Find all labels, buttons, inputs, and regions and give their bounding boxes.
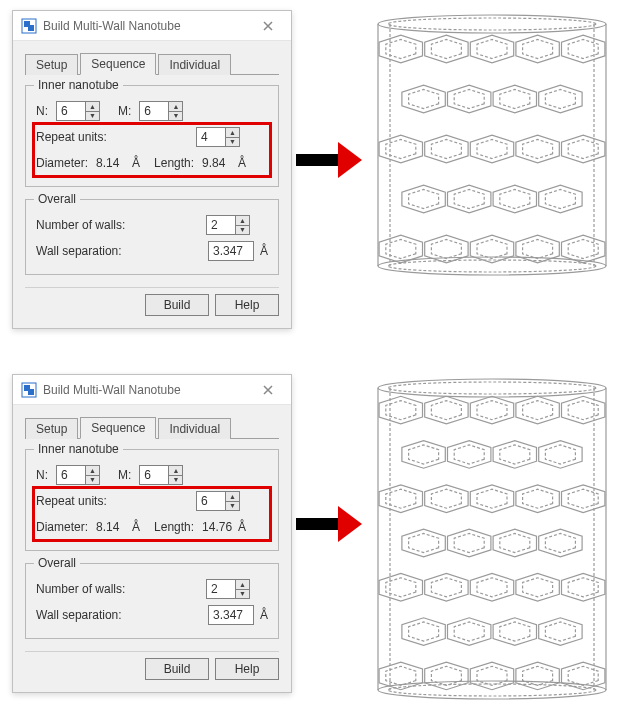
- sep-label: Wall separation:: [36, 608, 122, 622]
- svg-marker-30: [545, 90, 575, 109]
- svg-marker-48: [545, 190, 575, 209]
- repeat-input[interactable]: 4 ▲▼: [196, 127, 240, 147]
- svg-rect-61: [28, 389, 34, 395]
- svg-marker-42: [409, 190, 439, 209]
- titlebar[interactable]: Build Multi-Wall Nanotube: [13, 375, 291, 405]
- walls-label: Number of walls:: [36, 582, 125, 596]
- length-value: 14.76: [202, 520, 238, 534]
- svg-marker-111: [431, 578, 461, 597]
- length-value: 9.84: [202, 156, 238, 170]
- spinner-arrows-icon[interactable]: ▲▼: [85, 466, 99, 484]
- svg-marker-79: [523, 401, 553, 420]
- n-label: N:: [36, 468, 48, 482]
- m-input[interactable]: 6 ▲▼: [139, 465, 183, 485]
- unit: Å: [238, 520, 246, 534]
- n-input[interactable]: 6 ▲▼: [56, 101, 100, 121]
- m-input[interactable]: 6 ▲▼: [139, 101, 183, 121]
- unit: Å: [238, 156, 246, 170]
- length-label: Length:: [154, 156, 194, 170]
- repeat-label: Repeat units:: [36, 494, 107, 508]
- spinner-arrows-icon[interactable]: ▲▼: [235, 216, 249, 234]
- help-button[interactable]: Help: [215, 294, 279, 316]
- length-label: Length:: [154, 520, 194, 534]
- svg-marker-123: [500, 622, 530, 641]
- tabstrip: Setup Sequence Individual: [25, 415, 279, 439]
- svg-marker-56: [523, 240, 553, 259]
- walls-label: Number of walls:: [36, 218, 125, 232]
- svg-marker-20: [523, 40, 553, 59]
- diameter-value: 8.14: [96, 520, 132, 534]
- svg-marker-93: [431, 489, 461, 508]
- svg-marker-131: [477, 666, 507, 685]
- sep-label: Wall separation:: [36, 244, 122, 258]
- spinner-arrows-icon[interactable]: ▲▼: [85, 102, 99, 120]
- app-icon: [21, 382, 37, 398]
- repeat-input[interactable]: 6 ▲▼: [196, 491, 240, 511]
- m-label: M:: [118, 468, 131, 482]
- close-button[interactable]: [253, 375, 283, 405]
- svg-marker-4: [338, 142, 362, 178]
- svg-marker-38: [523, 140, 553, 159]
- unit: Å: [260, 608, 268, 622]
- arrow-icon: [296, 140, 362, 180]
- nanotube-preview: [368, 374, 616, 704]
- tab-setup[interactable]: Setup: [25, 418, 78, 439]
- svg-marker-107: [545, 534, 575, 553]
- svg-point-8: [388, 260, 596, 272]
- svg-marker-125: [545, 622, 575, 641]
- unit: Å: [260, 244, 268, 258]
- svg-marker-109: [386, 578, 416, 597]
- tab-individual[interactable]: Individual: [158, 418, 231, 439]
- svg-marker-26: [454, 90, 484, 109]
- tab-setup[interactable]: Setup: [25, 54, 78, 75]
- svg-marker-36: [477, 140, 507, 159]
- svg-marker-101: [409, 534, 439, 553]
- svg-marker-44: [454, 190, 484, 209]
- help-button[interactable]: Help: [215, 658, 279, 680]
- svg-marker-95: [477, 489, 507, 508]
- close-button[interactable]: [253, 11, 283, 41]
- svg-marker-105: [500, 534, 530, 553]
- titlebar[interactable]: Build Multi-Wall Nanotube: [13, 11, 291, 41]
- diameter-label: Diameter:: [36, 520, 88, 534]
- diameter-label: Diameter:: [36, 156, 88, 170]
- tab-sequence[interactable]: Sequence: [80, 53, 156, 75]
- build-button[interactable]: Build: [145, 658, 209, 680]
- svg-point-64: [378, 379, 606, 397]
- walls-input[interactable]: 2 ▲▼: [206, 215, 250, 235]
- svg-marker-115: [523, 578, 553, 597]
- svg-marker-16: [431, 40, 461, 59]
- svg-rect-2: [28, 25, 34, 31]
- spinner-arrows-icon[interactable]: ▲▼: [225, 128, 239, 146]
- svg-marker-85: [454, 445, 484, 464]
- svg-marker-119: [409, 622, 439, 641]
- svg-marker-103: [454, 534, 484, 553]
- spinner-arrows-icon[interactable]: ▲▼: [168, 466, 182, 484]
- spinner-arrows-icon[interactable]: ▲▼: [168, 102, 182, 120]
- separation-input[interactable]: 3.347: [208, 241, 254, 261]
- svg-marker-113: [477, 578, 507, 597]
- overall-group: Overall Number of walls: 2 ▲▼ Wall separ…: [25, 199, 279, 275]
- separation-input[interactable]: 3.347: [208, 605, 254, 625]
- walls-input[interactable]: 2 ▲▼: [206, 579, 250, 599]
- app-icon: [21, 18, 37, 34]
- spinner-arrows-icon[interactable]: ▲▼: [235, 580, 249, 598]
- n-input[interactable]: 6 ▲▼: [56, 465, 100, 485]
- svg-marker-77: [477, 401, 507, 420]
- tab-individual[interactable]: Individual: [158, 54, 231, 75]
- nanotube-preview: [368, 10, 616, 280]
- dialog-title: Build Multi-Wall Nanotube: [43, 19, 253, 33]
- svg-marker-63: [338, 506, 362, 542]
- arrow-icon: [296, 504, 362, 544]
- tab-sequence[interactable]: Sequence: [80, 417, 156, 439]
- svg-marker-89: [545, 445, 575, 464]
- overall-group: Overall Number of walls: 2 ▲▼ Wall separ…: [25, 563, 279, 639]
- svg-point-65: [388, 382, 596, 394]
- inner-legend: Inner nanotube: [34, 442, 123, 456]
- build-button[interactable]: Build: [145, 294, 209, 316]
- spinner-arrows-icon[interactable]: ▲▼: [225, 492, 239, 510]
- svg-marker-97: [523, 489, 553, 508]
- svg-marker-75: [431, 401, 461, 420]
- svg-marker-129: [431, 666, 461, 685]
- inner-nanotube-group: Inner nanotube N: 6 ▲▼ M: 6 ▲▼: [25, 85, 279, 187]
